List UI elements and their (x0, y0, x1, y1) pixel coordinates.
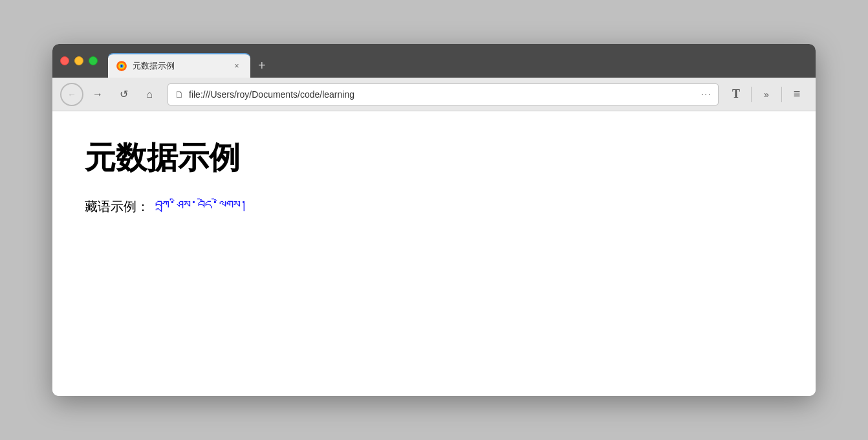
tibetan-text: བཀྲ་ཤིས་བདེ་ལེགས། (155, 198, 247, 215)
browser-window: 元数据示例 × + ← → ↺ ⌂ 🗋 file:///Users/roy/Do… (52, 44, 816, 396)
nav-bar: ← → ↺ ⌂ 🗋 file:///Users/roy/Documents/co… (52, 78, 816, 111)
nav-right-controls: T » ≡ (725, 83, 808, 105)
close-button[interactable] (60, 56, 69, 65)
reader-view-button[interactable]: T (725, 83, 747, 105)
forward-icon: → (92, 89, 103, 100)
firefox-icon (116, 60, 127, 72)
tab-bar: 元数据示例 × + (108, 44, 808, 78)
nav-separator (751, 87, 752, 102)
svg-point-3 (121, 65, 123, 67)
page-icon: 🗋 (175, 89, 184, 100)
tab-title: 元数据示例 (133, 60, 226, 72)
tibetan-label: 藏语示例： (85, 198, 149, 215)
home-button[interactable]: ⌂ (138, 83, 161, 106)
tab-close-button[interactable]: × (231, 60, 243, 72)
reload-button[interactable]: ↺ (112, 83, 135, 106)
chevron-button[interactable]: » (755, 83, 777, 105)
maximize-button[interactable] (89, 56, 98, 65)
url-text: file:///Users/roy/Documents/code/learnin… (189, 89, 696, 100)
address-options-button[interactable]: ··· (701, 89, 711, 100)
active-tab[interactable]: 元数据示例 × (108, 53, 250, 78)
hamburger-menu-button[interactable]: ≡ (786, 83, 808, 105)
back-button[interactable]: ← (60, 83, 83, 106)
tibetan-line: 藏语示例： བཀྲ་ཤིས་བདེ་ལེགས། (85, 198, 783, 215)
nav-separator-2 (781, 87, 782, 102)
new-tab-button[interactable]: + (250, 53, 274, 78)
traffic-lights (60, 56, 98, 65)
address-bar[interactable]: 🗋 file:///Users/roy/Documents/code/learn… (168, 83, 719, 105)
title-bar: 元数据示例 × + (52, 44, 816, 78)
back-icon: ← (67, 89, 76, 100)
home-icon: ⌂ (146, 89, 153, 100)
page-content: 元数据示例 藏语示例： བཀྲ་ཤིས་བདེ་ལེགས། (52, 111, 816, 396)
reload-icon: ↺ (120, 88, 128, 100)
minimize-button[interactable] (74, 56, 83, 65)
forward-button[interactable]: → (86, 83, 109, 106)
page-heading: 元数据示例 (85, 137, 783, 179)
